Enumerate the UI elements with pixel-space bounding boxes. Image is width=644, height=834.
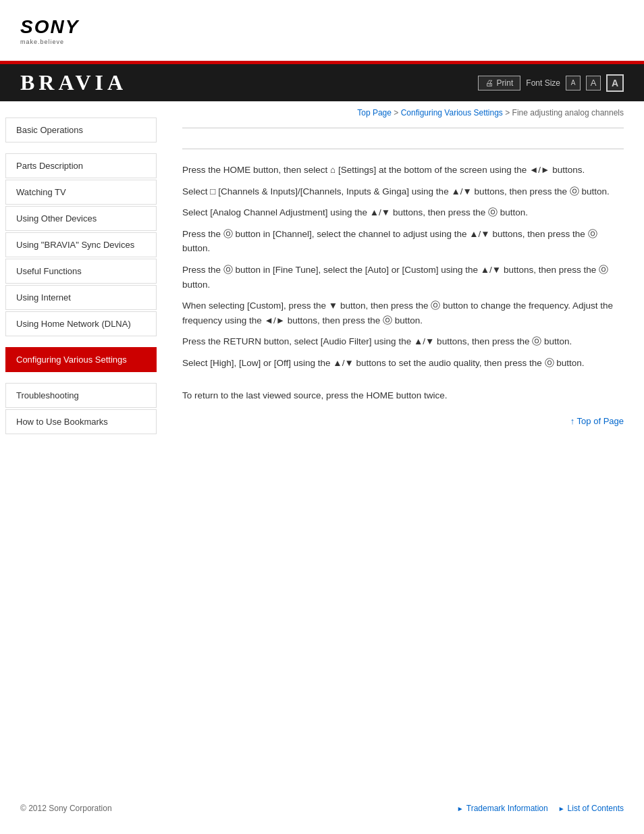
list-arrow-icon: ► (558, 805, 565, 812)
bravia-controls: 🖨 Print Font Size A A A (478, 74, 624, 92)
step5-text: Press the ⓞ button in [Fine Tune], selec… (182, 263, 624, 292)
sidebar-item-watching-tv[interactable]: Watching TV (5, 180, 157, 205)
font-medium-button[interactable]: A (586, 76, 601, 90)
sidebar-item-parts-description[interactable]: Parts Description (5, 153, 157, 178)
font-small-button[interactable]: A (566, 76, 581, 90)
top-of-page-section: ↑ Top of Page (182, 416, 624, 426)
sidebar-item-using-home-network[interactable]: Using Home Network (DLNA) (5, 311, 157, 336)
sony-tagline: make.believe (20, 38, 64, 45)
top-arrow-icon: ↑ (570, 416, 577, 426)
main-layout: Basic Operations Parts Description Watch… (0, 101, 644, 777)
content-area: Top Page > Configuring Various Settings … (162, 101, 644, 777)
step1-text: Press the HOME button, then select ⌂ [Se… (182, 163, 624, 178)
step8-text: Select [High], [Low] or [Off] using the … (182, 356, 624, 371)
sidebar-item-how-to-use-bookmarks[interactable]: How to Use Bookmarks (5, 409, 157, 434)
page-content: Press the HOME button, then select ⌂ [Se… (182, 163, 624, 402)
step6-text: When selecting [Custom], press the ▼ but… (182, 298, 624, 328)
bravia-bar: BRAVIA 🖨 Print Font Size A A A (0, 61, 644, 101)
step4-text: Press the ⓞ button in [Channel], select … (182, 227, 624, 256)
sidebar-item-configuring-various-settings[interactable]: Configuring Various Settings (5, 347, 157, 372)
sidebar-item-troubleshooting[interactable]: Troubleshooting (5, 383, 157, 408)
page-footer: © 2012 Sony Corporation ► Trademark Info… (0, 797, 644, 820)
step2-text: Select □ [Channels & Inputs]/[Channels, … (182, 184, 624, 199)
top-of-page-link[interactable]: ↑ Top of Page (570, 416, 624, 426)
font-large-button[interactable]: A (606, 74, 624, 92)
print-button[interactable]: 🖨 Print (478, 76, 521, 90)
second-divider (182, 149, 624, 149)
print-label: Print (497, 78, 514, 88)
breadcrumb-current: Fine adjusting analog channels (512, 108, 624, 118)
list-of-contents-link[interactable]: List of Contents (568, 804, 624, 813)
top-bar: SONY make.believe (0, 0, 644, 61)
trademark-link[interactable]: Trademark Information (466, 804, 548, 813)
breadcrumb: Top Page > Configuring Various Settings … (182, 108, 624, 118)
sidebar-item-using-bravia-sync[interactable]: Using "BRAVIA" Sync Devices (5, 232, 157, 257)
sidebar-item-useful-functions[interactable]: Useful Functions (5, 259, 157, 284)
top-divider (182, 128, 624, 128)
footer-links: ► Trademark Information ► List of Conten… (457, 804, 624, 813)
list-of-contents-link-item: ► List of Contents (558, 804, 624, 813)
return-note: To return to the last viewed source, pre… (182, 388, 624, 403)
font-size-label: Font Size (526, 78, 560, 88)
copyright-text: © 2012 Sony Corporation (20, 804, 112, 813)
step3-text: Select [Analog Channel Adjustment] using… (182, 205, 624, 220)
bravia-title: BRAVIA (20, 70, 127, 95)
sidebar-item-using-other-devices[interactable]: Using Other Devices (5, 206, 157, 231)
breadcrumb-top-page[interactable]: Top Page (357, 108, 392, 118)
sidebar-item-basic-operations[interactable]: Basic Operations (5, 118, 157, 142)
breadcrumb-configuring[interactable]: Configuring Various Settings (401, 108, 503, 118)
sidebar-item-using-internet[interactable]: Using Internet (5, 285, 157, 310)
trademark-link-item: ► Trademark Information (457, 804, 548, 813)
print-icon: 🖨 (485, 78, 493, 88)
sony-wordmark: SONY (20, 16, 79, 38)
sony-logo: SONY make.believe (20, 16, 79, 45)
trademark-arrow-icon: ► (457, 805, 464, 812)
step7-text: Press the RETURN button, select [Audio F… (182, 334, 624, 349)
sidebar: Basic Operations Parts Description Watch… (0, 101, 162, 777)
